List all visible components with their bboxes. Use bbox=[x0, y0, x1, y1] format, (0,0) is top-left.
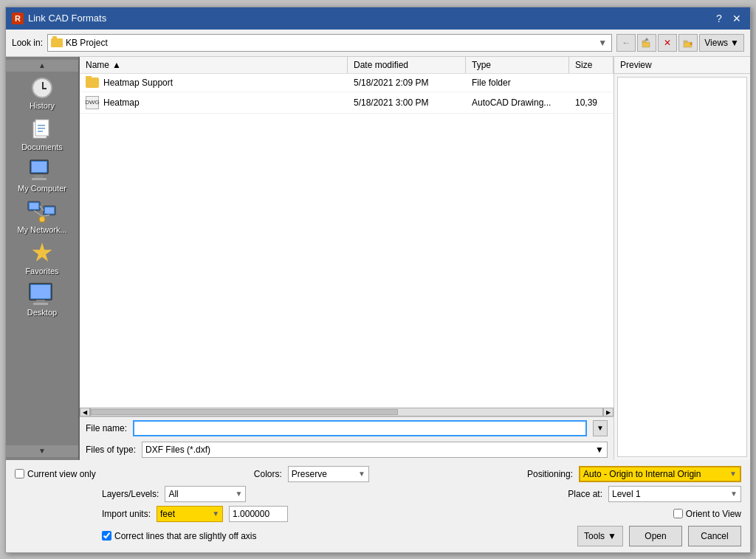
title-bar: R Link CAD Formats ? ✕ bbox=[6, 7, 750, 30]
place-at-label: Place at: bbox=[568, 489, 602, 499]
look-in-label: Look in: bbox=[12, 38, 43, 48]
import-units-label: Import units: bbox=[102, 509, 151, 519]
my-network-icon bbox=[27, 200, 57, 224]
file-name-input[interactable] bbox=[133, 420, 587, 436]
app-icon: R bbox=[12, 13, 24, 24]
link-cad-dialog: R Link CAD Formats ? ✕ Look in: KB Proje… bbox=[5, 7, 751, 553]
cancel-button[interactable]: Cancel bbox=[688, 526, 741, 546]
help-button[interactable]: ? bbox=[712, 11, 726, 26]
new-folder-button[interactable]: + bbox=[678, 34, 698, 52]
table-row[interactable]: DWG Heatmap 5/18/2021 3:00 PM AutoCAD Dr… bbox=[80, 92, 614, 114]
column-size[interactable]: Size bbox=[569, 57, 614, 73]
dwg-icon: DWG bbox=[86, 96, 99, 109]
file-type-row: Files of type: DXF Files (*.dxf) ▼ bbox=[80, 439, 614, 460]
svg-rect-25 bbox=[36, 300, 45, 303]
place-at-arrow-icon: ▼ bbox=[730, 490, 738, 498]
preview-label: Preview bbox=[614, 57, 750, 74]
scrollbar-track[interactable] bbox=[90, 408, 603, 416]
current-view-only-row[interactable]: Current view only bbox=[15, 469, 96, 479]
folder-icon bbox=[86, 78, 99, 88]
positioning-label: Positioning: bbox=[527, 469, 573, 479]
tools-button[interactable]: Tools ▼ bbox=[577, 526, 623, 546]
file-area: Name ▲ Date modified Type Size bbox=[80, 57, 614, 460]
file-name-row: File name: ▼ bbox=[80, 416, 614, 439]
scrollbar-thumb bbox=[91, 409, 398, 415]
file-type-cell: AutoCAD Drawing... bbox=[466, 95, 569, 111]
import-units-number-input[interactable] bbox=[229, 506, 288, 522]
svg-rect-4 bbox=[684, 41, 687, 42]
layers-label: Layers/Levels: bbox=[102, 489, 159, 499]
orient-to-view-label: Orient to View bbox=[686, 509, 741, 519]
column-date[interactable]: Date modified bbox=[348, 57, 466, 73]
file-size-cell bbox=[569, 76, 614, 89]
sidebar-item-desktop-label: Desktop bbox=[27, 308, 57, 317]
correct-lines-label: Correct lines that are slightly off axis bbox=[114, 531, 257, 541]
correct-lines-checkbox[interactable] bbox=[102, 531, 111, 541]
svg-marker-2 bbox=[645, 38, 649, 41]
layers-value: All bbox=[168, 489, 178, 499]
file-type-cell: File folder bbox=[466, 76, 569, 89]
delete-button[interactable]: ✕ bbox=[658, 34, 677, 52]
import-units-combo[interactable]: feet ▼ bbox=[157, 506, 223, 522]
file-name-label: File name: bbox=[86, 423, 127, 433]
svg-point-20 bbox=[39, 216, 45, 222]
up-folder-icon bbox=[642, 38, 652, 48]
correct-lines-row[interactable]: Correct lines that are slightly off axis bbox=[102, 531, 257, 541]
sidebar-item-history[interactable]: History bbox=[10, 73, 75, 113]
back-button[interactable]: ← bbox=[616, 34, 636, 52]
look-in-combo[interactable]: KB Project ▼ bbox=[47, 34, 612, 52]
history-icon bbox=[27, 76, 57, 100]
sidebar-scroll-down[interactable]: ▼ bbox=[6, 445, 78, 457]
svg-rect-24 bbox=[31, 285, 50, 298]
sidebar-item-my-computer[interactable]: My Computer bbox=[10, 156, 75, 196]
sidebar-item-documents[interactable]: Documents bbox=[10, 114, 75, 154]
new-folder-icon: + bbox=[683, 38, 693, 48]
table-row[interactable]: Heatmap Support 5/18/2021 2:09 PM File f… bbox=[80, 74, 614, 92]
views-button[interactable]: Views ▼ bbox=[699, 34, 744, 52]
file-type-value: DXF Files (*.dxf) bbox=[145, 445, 210, 455]
bottom-row3: Import units: feet ▼ Orient to View bbox=[15, 506, 741, 522]
sidebar-scroll-up[interactable]: ▲ bbox=[6, 60, 78, 72]
scroll-right-arrow[interactable]: ▶ bbox=[603, 408, 614, 416]
file-type-combo[interactable]: DXF Files (*.dxf) ▼ bbox=[142, 442, 608, 458]
desktop-icon bbox=[27, 283, 57, 306]
sidebar-item-favorites[interactable]: Favorites bbox=[10, 239, 75, 278]
orient-to-view-row[interactable]: Orient to View bbox=[673, 509, 741, 519]
folder-icon bbox=[51, 38, 63, 47]
sidebar-item-desktop[interactable]: Desktop bbox=[10, 280, 75, 320]
colors-arrow-icon: ▼ bbox=[358, 470, 365, 478]
layers-arrow-icon: ▼ bbox=[235, 490, 242, 498]
preview-panel: Preview bbox=[614, 57, 750, 460]
colors-combo[interactable]: Preserve ▼ bbox=[288, 466, 369, 482]
file-date-cell: 5/18/2021 3:00 PM bbox=[348, 95, 466, 111]
orient-to-view-checkbox[interactable] bbox=[673, 509, 683, 518]
scroll-left-arrow[interactable]: ◀ bbox=[80, 408, 90, 416]
up-folder-button[interactable] bbox=[637, 34, 656, 52]
svg-line-21 bbox=[34, 210, 42, 216]
file-list[interactable]: Heatmap Support 5/18/2021 2:09 PM File f… bbox=[80, 74, 614, 408]
sidebar-item-history-label: History bbox=[30, 101, 55, 110]
close-button[interactable]: ✕ bbox=[729, 11, 744, 26]
file-date-cell: 5/18/2021 2:09 PM bbox=[348, 76, 466, 89]
import-units-value: feet bbox=[160, 509, 175, 519]
svg-rect-1 bbox=[642, 41, 646, 42]
place-at-combo[interactable]: Level 1 ▼ bbox=[608, 486, 741, 502]
svg-text:+: + bbox=[690, 41, 693, 47]
sidebar-item-my-network-label: My Network... bbox=[17, 225, 66, 234]
open-button[interactable]: Open bbox=[629, 526, 682, 546]
tools-label: Tools bbox=[584, 531, 605, 541]
column-type[interactable]: Type bbox=[466, 57, 569, 73]
look-in-value: KB Project bbox=[66, 38, 594, 48]
current-view-only-checkbox[interactable] bbox=[15, 469, 24, 479]
layers-combo[interactable]: All ▼ bbox=[165, 486, 246, 502]
svg-rect-9 bbox=[38, 128, 45, 129]
file-name-dropdown[interactable]: ▼ bbox=[593, 420, 608, 436]
current-view-only-label: Current view only bbox=[27, 469, 96, 479]
column-name[interactable]: Name ▲ bbox=[80, 57, 348, 73]
bottom-row1: Current view only Colors: Preserve ▼ Pos… bbox=[15, 466, 741, 482]
sidebar-item-my-network[interactable]: My Network... bbox=[10, 197, 75, 237]
positioning-combo[interactable]: Auto - Origin to Internal Origin ▼ bbox=[579, 466, 741, 482]
preview-content bbox=[617, 77, 747, 457]
sidebar: ▲ History Documents bbox=[6, 57, 80, 460]
horizontal-scrollbar[interactable]: ◀ ▶ bbox=[80, 408, 614, 416]
